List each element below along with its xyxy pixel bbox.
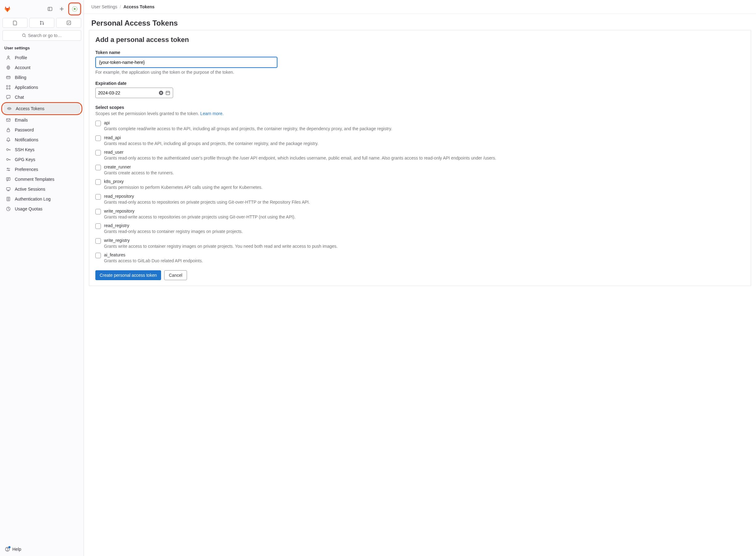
sidebar-item-profile[interactable]: Profile [2, 53, 81, 63]
scope-name[interactable]: api [104, 120, 745, 125]
scope-description: Grants read-only access to repositories … [104, 199, 745, 206]
sidebar-item-label: Preferences [15, 167, 38, 172]
scope-description: Grants read access to the API, including… [104, 141, 745, 147]
quota-icon [6, 206, 11, 212]
expiration-input[interactable] [98, 91, 157, 95]
sidebar-item-label: Applications [15, 85, 38, 90]
sidebar-item-label: Usage Quotas [15, 206, 43, 211]
scope-name[interactable]: read_repository [104, 194, 745, 199]
token-name-input[interactable] [95, 57, 277, 68]
user-avatar[interactable] [70, 4, 80, 14]
scope-description: Grants access to GitLab Duo related API … [104, 258, 745, 264]
scope-description: Grants write access to container registr… [104, 243, 745, 250]
scope-name[interactable]: ai_features [104, 252, 745, 257]
sidebar-item-account[interactable]: Account [2, 63, 81, 72]
sidebar-item-billing[interactable]: Billing [2, 72, 81, 82]
sidebar-item-label: Access Tokens [16, 106, 44, 111]
scope-item-ai_features: ai_features Grants access to GitLab Duo … [95, 252, 745, 264]
scope-description: Grants read-write access to repositories… [104, 214, 745, 220]
scope-checkbox-write_registry[interactable] [95, 238, 101, 244]
scope-name[interactable]: read_api [104, 135, 745, 140]
sidebar-item-label: Password [15, 128, 34, 132]
svg-point-12 [8, 56, 9, 58]
sidebar-item-active-sessions[interactable]: Active Sessions [2, 184, 81, 194]
scope-checkbox-write_repository[interactable] [95, 209, 101, 214]
sidebar-item-emails[interactable]: Emails [2, 115, 81, 125]
panel-toggle-icon[interactable] [45, 4, 55, 14]
svg-rect-25 [7, 130, 10, 132]
sidebar-item-usage-quotas[interactable]: Usage Quotas [2, 204, 81, 214]
token-icon [6, 106, 12, 111]
scope-checkbox-k8s_proxy[interactable] [95, 179, 101, 185]
svg-rect-19 [9, 88, 10, 89]
scope-item-api: api Grants complete read/write access to… [95, 120, 745, 132]
sidebar: Search or go to… User settings Profile A… [0, 0, 84, 556]
scope-checkbox-read_repository[interactable] [95, 194, 101, 200]
scope-checkbox-api[interactable] [95, 120, 101, 126]
calendar-icon[interactable] [165, 91, 170, 95]
sidebar-item-label: GPG Keys [15, 157, 35, 162]
profile-icon [6, 55, 11, 61]
breadcrumb-parent[interactable]: User Settings [91, 4, 117, 9]
clear-icon[interactable] [159, 91, 164, 95]
sidebar-item-notifications[interactable]: Notifications [2, 135, 81, 145]
issues-shortcut-button[interactable] [2, 18, 28, 28]
scope-name[interactable]: create_runner [104, 165, 745, 169]
scope-item-write_registry: write_registry Grants write access to co… [95, 238, 745, 250]
scope-checkbox-read_registry[interactable] [95, 223, 101, 229]
sidebar-item-authentication-log[interactable]: Authentication Log [2, 194, 81, 204]
plus-icon[interactable] [57, 4, 67, 14]
scope-description: Grants read-only access to the authentic… [104, 155, 745, 161]
scope-item-write_repository: write_repository Grants read-write acces… [95, 209, 745, 220]
sidebar-item-label: SSH Keys [15, 147, 35, 152]
sidebar-item-label: Account [15, 65, 31, 70]
svg-point-6 [40, 21, 41, 22]
sidebar-item-preferences[interactable]: Preferences [2, 165, 81, 174]
sidebar-item-comment-templates[interactable]: Comment Templates [2, 174, 81, 184]
sidebar-item-gpg-keys[interactable]: GPG Keys [2, 154, 81, 165]
scope-name[interactable]: k8s_proxy [104, 179, 745, 184]
create-token-button[interactable]: Create personal access token [95, 270, 161, 280]
svg-point-30 [7, 168, 8, 169]
sidebar-item-label: Chat [15, 95, 24, 100]
gitlab-logo[interactable] [2, 4, 12, 14]
sidebar-section-title: User settings [0, 43, 83, 53]
merge-requests-shortcut-button[interactable] [29, 18, 54, 28]
scope-checkbox-ai_features[interactable] [95, 253, 101, 258]
svg-point-23 [10, 108, 10, 109]
sidebar-item-applications[interactable]: Applications [2, 82, 81, 92]
preferences-icon [6, 167, 11, 172]
svg-rect-18 [6, 88, 8, 89]
scope-name[interactable]: write_repository [104, 209, 745, 213]
scope-checkbox-read_user[interactable] [95, 150, 101, 155]
scope-name[interactable]: read_registry [104, 223, 745, 228]
scope-name[interactable]: write_registry [104, 238, 745, 243]
cancel-button[interactable]: Cancel [164, 270, 187, 280]
sidebar-item-password[interactable]: Password [2, 125, 81, 135]
scope-item-read_registry: read_registry Grants read-only access to… [95, 223, 745, 235]
token-name-hint: For example, the application using the t… [95, 70, 745, 75]
sidebar-item-label: Notifications [15, 137, 38, 142]
help-label: Help [12, 547, 21, 552]
scope-checkbox-read_api[interactable] [95, 135, 101, 141]
scope-item-read_user: read_user Grants read-only access to the… [95, 150, 745, 161]
scope-checkbox-create_runner[interactable] [95, 165, 101, 170]
scopes-learn-more-link[interactable]: Learn more. [200, 111, 224, 116]
scopes-hint: Scopes set the permission levels granted… [95, 111, 745, 116]
svg-point-27 [6, 159, 8, 161]
svg-point-31 [9, 170, 9, 171]
sidebar-item-label: Billing [15, 75, 26, 80]
sidebar-item-ssh-keys[interactable]: SSH Keys [2, 145, 81, 154]
scope-name[interactable]: read_user [104, 150, 745, 154]
sidebar-item-chat[interactable]: Chat [2, 92, 81, 102]
sidebar-item-access-tokens[interactable]: Access Tokens [3, 104, 80, 113]
search-input[interactable]: Search or go to… [2, 30, 81, 41]
scope-description: Grants create access to the runners. [104, 170, 745, 176]
todos-shortcut-button[interactable] [56, 18, 81, 28]
svg-point-7 [40, 24, 41, 25]
help-link[interactable]: Help [0, 544, 83, 556]
gpg-icon [6, 157, 11, 162]
svg-point-22 [9, 108, 9, 109]
password-icon [6, 127, 11, 133]
scope-item-create_runner: create_runner Grants create access to th… [95, 165, 745, 176]
